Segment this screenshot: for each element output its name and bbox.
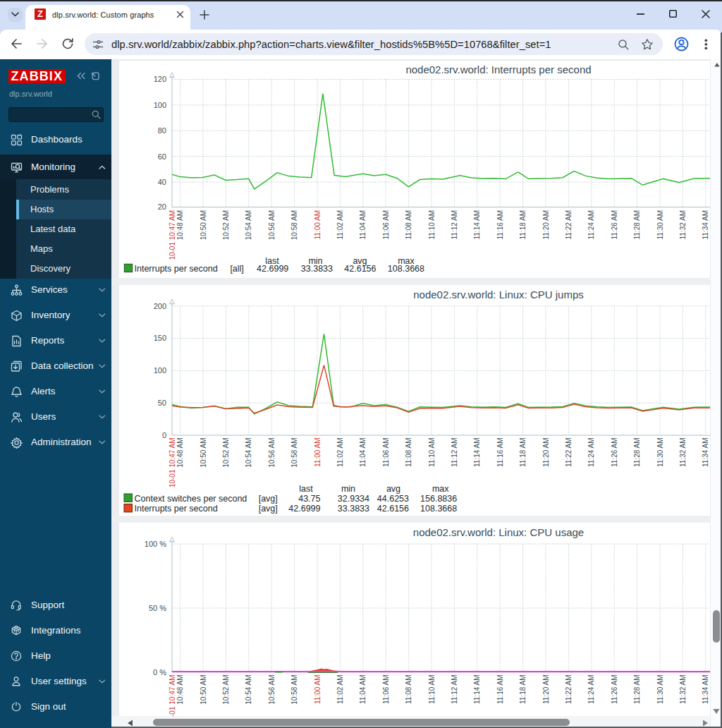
svg-text:11:26 AM: 11:26 AM: [611, 210, 618, 240]
svg-text:10:52 AM: 10:52 AM: [222, 675, 230, 705]
svg-text:11:14 AM: 11:14 AM: [473, 438, 481, 468]
svg-text:33.3833: 33.3833: [338, 504, 369, 514]
svg-text:32.9334: 32.9334: [338, 494, 369, 504]
svg-text:10:52 AM: 10:52 AM: [222, 210, 230, 240]
svg-text:11:02 AM: 11:02 AM: [336, 675, 344, 705]
svg-text:11:26 AM: 11:26 AM: [611, 438, 618, 468]
svg-text:11:12 AM: 11:12 AM: [451, 210, 458, 240]
svg-text:11:14 AM: 11:14 AM: [473, 210, 481, 240]
svg-text:11:12 AM: 11:12 AM: [451, 675, 458, 705]
svg-text:44.6253: 44.6253: [377, 494, 409, 504]
svg-text:11:20 AM: 11:20 AM: [542, 210, 550, 240]
svg-text:10:56 AM: 10:56 AM: [268, 438, 276, 468]
svg-text:11:16 AM: 11:16 AM: [496, 210, 504, 240]
svg-text:10:50 AM: 10:50 AM: [200, 675, 207, 705]
svg-text:11:04 AM: 11:04 AM: [359, 210, 367, 240]
svg-text:42.6999: 42.6999: [257, 264, 288, 274]
svg-text:11:08 AM: 11:08 AM: [405, 210, 412, 240]
svg-text:10:54 AM: 10:54 AM: [245, 210, 252, 240]
svg-text:11:18 AM: 11:18 AM: [519, 675, 527, 705]
svg-text:11:06 AM: 11:06 AM: [382, 438, 390, 468]
svg-text:10:54 AM: 10:54 AM: [245, 438, 252, 468]
svg-text:33.3833: 33.3833: [301, 264, 333, 274]
svg-text:11:22 AM: 11:22 AM: [565, 675, 573, 705]
svg-text:11:30 AM: 11:30 AM: [656, 210, 664, 240]
svg-text:80: 80: [158, 126, 166, 135]
svg-text:10:56 AM: 10:56 AM: [268, 210, 276, 240]
svg-text:11:18 AM: 11:18 AM: [519, 210, 527, 240]
svg-text:42.6156: 42.6156: [344, 264, 376, 274]
svg-text:10:52 AM: 10:52 AM: [222, 438, 230, 468]
svg-text:10:58 AM: 10:58 AM: [290, 210, 298, 240]
svg-text:50 %: 50 %: [149, 604, 166, 612]
svg-text:[all]: [all]: [230, 264, 243, 274]
svg-text:node02.srv.world: Interrupts p: node02.srv.world: Interrupts per second: [405, 63, 591, 75]
svg-text:10-01 10:47 AM: 10-01 10:47 AM: [169, 438, 176, 488]
svg-text:10:50 AM: 10:50 AM: [200, 438, 207, 468]
svg-text:42.6156: 42.6156: [377, 504, 409, 514]
svg-text:11:04 AM: 11:04 AM: [359, 675, 367, 705]
svg-text:11:04 AM: 11:04 AM: [359, 438, 367, 468]
svg-text:11:28 AM: 11:28 AM: [633, 438, 641, 468]
svg-text:11:34 AM: 11:34 AM: [702, 675, 709, 705]
svg-text:11:18 AM: 11:18 AM: [519, 438, 527, 468]
svg-text:10-01 10:47 AM: 10-01 10:47 AM: [169, 675, 176, 717]
svg-text:100: 100: [154, 101, 166, 109]
svg-text:11:00 AM: 11:00 AM: [314, 210, 322, 240]
svg-text:11:06 AM: 11:06 AM: [382, 210, 390, 240]
svg-text:200: 200: [154, 302, 166, 310]
svg-text:11:28 AM: 11:28 AM: [633, 210, 641, 240]
svg-text:node02.srv.world: Linux: CPU j: node02.srv.world: Linux: CPU jumps: [413, 289, 584, 301]
svg-text:11:24 AM: 11:24 AM: [587, 438, 595, 468]
svg-text:10:48 AM: 10:48 AM: [176, 675, 184, 705]
svg-text:10:58 AM: 10:58 AM: [290, 675, 298, 705]
svg-text:10:48 AM: 10:48 AM: [176, 438, 184, 468]
svg-text:100: 100: [154, 366, 166, 375]
svg-text:11:28 AM: 11:28 AM: [633, 675, 641, 705]
svg-text:[avg]: [avg]: [259, 504, 278, 514]
svg-text:108.3668: 108.3668: [420, 504, 457, 514]
svg-text:11:30 AM: 11:30 AM: [656, 438, 664, 468]
svg-text:last: last: [299, 484, 313, 494]
svg-text:[avg]: [avg]: [259, 494, 278, 504]
svg-text:Interrupts per second: Interrupts per second: [135, 504, 218, 514]
svg-text:10:50 AM: 10:50 AM: [200, 210, 207, 240]
svg-text:11:24 AM: 11:24 AM: [587, 675, 595, 705]
svg-text:156.8836: 156.8836: [420, 494, 457, 504]
svg-text:11:22 AM: 11:22 AM: [565, 210, 573, 240]
svg-text:11:32 AM: 11:32 AM: [679, 675, 687, 705]
svg-text:50: 50: [158, 399, 166, 407]
svg-text:11:24 AM: 11:24 AM: [587, 210, 595, 240]
svg-text:11:34 AM: 11:34 AM: [702, 438, 709, 468]
svg-text:150: 150: [154, 334, 166, 342]
svg-text:11:08 AM: 11:08 AM: [405, 675, 412, 705]
svg-text:11:08 AM: 11:08 AM: [405, 438, 412, 468]
svg-text:10:56 AM: 10:56 AM: [268, 675, 276, 705]
svg-text:20: 20: [158, 202, 166, 211]
svg-text:108.3668: 108.3668: [388, 264, 424, 274]
svg-text:11:20 AM: 11:20 AM: [542, 675, 550, 705]
svg-text:60: 60: [158, 152, 166, 161]
svg-text:40: 40: [158, 178, 166, 186]
svg-text:43.75: 43.75: [298, 494, 320, 504]
svg-text:11:02 AM: 11:02 AM: [336, 438, 344, 468]
svg-text:node02.srv.world: Linux: CPU u: node02.srv.world: Linux: CPU usage: [413, 526, 584, 538]
svg-text:11:30 AM: 11:30 AM: [656, 675, 664, 705]
svg-text:11:20 AM: 11:20 AM: [542, 438, 550, 468]
svg-text:11:10 AM: 11:10 AM: [428, 210, 436, 240]
svg-text:max: max: [432, 484, 449, 494]
svg-text:Interrupts per second: Interrupts per second: [135, 264, 218, 274]
svg-text:11:16 AM: 11:16 AM: [496, 675, 504, 705]
svg-text:0 %: 0 %: [153, 668, 166, 677]
svg-text:120: 120: [154, 75, 166, 83]
svg-text:10-01 10:47 AM: 10-01 10:47 AM: [169, 210, 176, 260]
svg-text:100 %: 100 %: [145, 540, 166, 548]
svg-text:11:26 AM: 11:26 AM: [611, 675, 618, 705]
svg-text:10:54 AM: 10:54 AM: [245, 675, 252, 705]
svg-text:11:10 AM: 11:10 AM: [428, 675, 436, 705]
svg-text:min: min: [341, 484, 355, 494]
svg-text:11:06 AM: 11:06 AM: [382, 675, 390, 705]
svg-text:11:34 AM: 11:34 AM: [702, 210, 709, 240]
svg-text:0: 0: [162, 431, 166, 439]
svg-text:10:48 AM: 10:48 AM: [176, 210, 184, 240]
